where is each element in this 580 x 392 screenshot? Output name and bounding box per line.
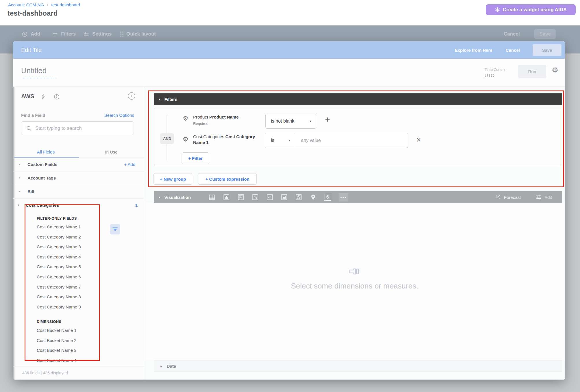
create-widget-aida-button[interactable]: Create a widget using AIDA xyxy=(486,4,576,15)
field-search-input[interactable] xyxy=(35,125,134,131)
chevron-down-icon: ▼ xyxy=(309,120,312,123)
chevron-down-icon: ▾ xyxy=(18,203,19,207)
list-item[interactable]: Cost Category Name 7 xyxy=(37,282,81,292)
list-item[interactable]: Cost Category Name 6 xyxy=(37,272,81,282)
flashlight-icon xyxy=(348,268,361,276)
sliders-icon xyxy=(83,31,89,37)
edit-tile-modal: Edit Tile Explore from Here Cancel Save … xyxy=(13,41,565,380)
search-options-link[interactable]: Search Options xyxy=(104,113,134,118)
filter-row2-gear-icon[interactable]: ⚙ xyxy=(183,136,189,143)
sidebar-item-cost-categories[interactable]: ▾ Cost Categories 1 xyxy=(13,199,144,212)
field-search-box xyxy=(21,121,134,135)
pie-chart-viz-icon[interactable] xyxy=(295,193,302,202)
edit-sliders-icon xyxy=(536,194,542,200)
chevron-down-icon: ▾ xyxy=(504,69,505,71)
column-chart-viz-icon[interactable] xyxy=(223,193,230,202)
breadcrumb-account-link[interactable]: Account: CCM-NG xyxy=(8,2,44,7)
and-connector-chip[interactable]: AND xyxy=(160,133,174,144)
list-item[interactable]: Cost Category Name 1 xyxy=(37,222,81,232)
visualization-section-header[interactable]: ▾ Visualization xyxy=(154,191,562,203)
sidebar-item-bill[interactable]: ▸ Bill xyxy=(13,185,144,199)
list-item[interactable]: Cost Bucket Name 1 xyxy=(37,326,77,336)
add-circle-icon xyxy=(22,31,28,37)
toolbar-filters-button: Filters xyxy=(52,29,76,39)
chevron-down-icon: ▾ xyxy=(159,97,160,101)
sidebar-item-custom-fields[interactable]: ▸ Custom Fields + Add xyxy=(13,158,144,171)
forecast-button[interactable]: Forecast xyxy=(495,191,521,203)
remove-filter-icon[interactable]: × xyxy=(416,136,421,144)
list-item[interactable]: Cost Category Name 4 xyxy=(37,252,81,262)
field-prefix: Cost Categories xyxy=(193,134,224,139)
list-item[interactable]: Cost Category Name 2 xyxy=(37,232,81,242)
active-filter-icon[interactable] xyxy=(110,224,120,234)
scatter-plot-viz-icon[interactable] xyxy=(252,193,259,202)
collapse-sidebar-icon[interactable] xyxy=(128,92,136,100)
viz-edit-button[interactable]: Edit xyxy=(536,191,552,203)
time-zone-selector[interactable]: Time Zone▾ UTC xyxy=(485,66,505,79)
explore-from-here-button[interactable]: Explore from Here xyxy=(455,48,492,53)
add-condition-icon[interactable]: + xyxy=(325,115,330,124)
funnel-icon xyxy=(112,228,118,231)
list-item[interactable]: Cost Category Name 9 xyxy=(37,302,81,312)
aida-button-label: Create a widget using AIDA xyxy=(503,7,567,13)
section-label: Cost Categories xyxy=(26,203,59,208)
dashboard-toolbar-disabled: Add Filters Settings Quick layout Cancel… xyxy=(0,29,580,39)
data-section-header[interactable]: ▸ Data xyxy=(154,360,562,372)
lightning-bolt-icon xyxy=(40,94,46,101)
toolbar-settings-label: Settings xyxy=(92,31,112,37)
breadcrumb-dashboard-link[interactable]: test-dashboard xyxy=(51,2,80,7)
filters-section-header[interactable]: ▾ Filters xyxy=(154,93,562,105)
modal-save-button[interactable]: Save xyxy=(533,44,561,56)
dimensions-header: DIMENSIONS xyxy=(37,319,61,324)
list-item[interactable]: Cost Category Name 3 xyxy=(37,242,81,252)
breadcrumb: Account: CCM-NG›test-dashboard xyxy=(8,2,80,7)
table-viz-icon[interactable] xyxy=(208,193,215,202)
new-group-button[interactable]: + New group xyxy=(154,173,192,185)
chevron-right-icon: ▸ xyxy=(19,189,21,193)
data-header-label: Data xyxy=(167,364,176,369)
info-icon[interactable] xyxy=(53,94,60,101)
modal-body: AWS Find a Field Search Options Al xyxy=(13,87,565,380)
page-title: test-dashboard xyxy=(8,9,58,17)
list-item[interactable]: Cost Bucket Name 2 xyxy=(37,336,77,346)
custom-expression-button[interactable]: + Custom expression xyxy=(198,173,257,185)
modal-title: Edit Tile xyxy=(21,47,42,53)
more-viz-types-icon[interactable]: ••• xyxy=(339,193,348,201)
list-item[interactable]: Cost Bucket Name 4 xyxy=(37,356,77,366)
modal-cancel-button[interactable]: Cancel xyxy=(506,48,520,53)
sidebar-item-account-tags[interactable]: ▸ Account Tags xyxy=(13,171,144,185)
empty-state-message: Select some dimensions or measures. xyxy=(144,282,565,291)
find-a-field-label: Find a Field xyxy=(21,113,45,118)
tab-all-fields[interactable]: All Fields xyxy=(13,147,79,157)
time-zone-value: UTC xyxy=(485,73,505,79)
visualization-type-picker: 6 ••• xyxy=(208,193,348,202)
tile-settings-gear-icon[interactable]: ⚙ xyxy=(552,66,558,75)
list-item[interactable]: Cost Category Name 8 xyxy=(37,292,81,302)
tile-name-input[interactable]: Untitled xyxy=(21,66,56,78)
sidebar-footer-divider xyxy=(13,367,144,367)
operator-dropdown-row2[interactable]: is ▼ xyxy=(265,133,295,148)
filter-only-fields-header: FILTER-ONLY FIELDS xyxy=(37,216,77,221)
add-filter-button[interactable]: + Filter xyxy=(182,152,209,164)
section-label: Account Tags xyxy=(27,175,56,180)
bar-chart-viz-icon[interactable] xyxy=(237,193,244,202)
filter-value-input[interactable] xyxy=(295,133,408,148)
list-item[interactable]: Cost Bucket Name 3 xyxy=(37,345,77,356)
area-chart-viz-icon[interactable] xyxy=(281,193,288,202)
chevron-down-icon: ▼ xyxy=(288,139,291,142)
single-value-viz-icon[interactable]: 6 xyxy=(324,193,331,202)
toolbar-filters-label: Filters xyxy=(61,31,76,37)
chevron-right-icon: ▸ xyxy=(19,162,21,166)
list-item[interactable]: Cost Category Name 5 xyxy=(37,262,81,272)
visualization-empty-area: Select some dimensions or measures. xyxy=(144,203,565,360)
page-header: Account: CCM-NG›test-dashboard test-dash… xyxy=(0,0,580,25)
tab-in-use[interactable]: In Use xyxy=(79,147,144,157)
edit-label: Edit xyxy=(544,195,552,200)
map-pin-viz-icon[interactable] xyxy=(310,193,317,202)
add-custom-field-link[interactable]: + Add xyxy=(124,162,135,167)
filter-row1-gear-icon[interactable]: ⚙ xyxy=(183,115,189,122)
run-button[interactable]: Run xyxy=(518,65,546,78)
sidebar-scrollbar[interactable] xyxy=(13,87,14,380)
line-chart-viz-icon[interactable] xyxy=(266,193,273,202)
operator-dropdown-row1[interactable]: is not blank ▼ xyxy=(265,114,316,129)
